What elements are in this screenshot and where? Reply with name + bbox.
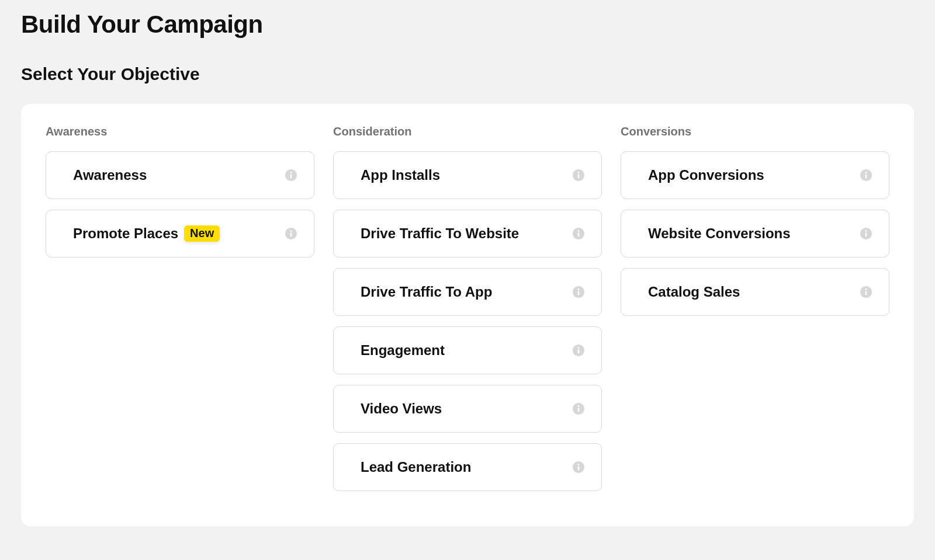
column-header-conversions: Conversions bbox=[621, 125, 889, 138]
svg-rect-19 bbox=[578, 408, 580, 412]
objective-option-drive-traffic-website[interactable]: Drive Traffic To Website bbox=[333, 210, 602, 258]
info-icon bbox=[860, 227, 872, 240]
svg-rect-13 bbox=[578, 291, 580, 295]
option-info-button[interactable] bbox=[572, 402, 585, 415]
svg-point-8 bbox=[578, 172, 580, 173]
objective-option-app-conversions[interactable]: App Conversions bbox=[621, 151, 889, 199]
new-badge: New bbox=[184, 225, 220, 242]
svg-point-32 bbox=[865, 288, 867, 290]
svg-point-2 bbox=[290, 172, 292, 173]
option-info-button[interactable] bbox=[860, 286, 872, 298]
option-main: Website Conversions bbox=[648, 225, 791, 242]
option-info-button[interactable] bbox=[285, 227, 297, 240]
objective-column-conversions: ConversionsApp Conversions Website Conve… bbox=[621, 125, 889, 502]
option-label: Website Conversions bbox=[648, 225, 791, 242]
info-icon bbox=[285, 227, 297, 240]
info-icon bbox=[572, 402, 585, 415]
option-label: Drive Traffic To Website bbox=[361, 225, 519, 242]
option-main: Engagement bbox=[361, 342, 445, 359]
info-icon bbox=[572, 286, 585, 298]
option-info-button[interactable] bbox=[572, 344, 585, 357]
objective-columns: AwarenessAwareness Promote PlacesNew Con… bbox=[46, 125, 889, 502]
option-info-button[interactable] bbox=[860, 169, 872, 182]
objective-column-awareness: AwarenessAwareness Promote PlacesNew bbox=[46, 125, 314, 502]
option-info-button[interactable] bbox=[572, 461, 585, 474]
option-label: App Installs bbox=[361, 167, 440, 183]
option-label: Awareness bbox=[73, 167, 147, 183]
option-info-button[interactable] bbox=[285, 169, 297, 182]
objective-option-catalog-sales[interactable]: Catalog Sales bbox=[621, 268, 889, 316]
page-title: Build Your Campaign bbox=[21, 11, 914, 39]
info-icon bbox=[572, 227, 585, 240]
svg-rect-25 bbox=[865, 174, 867, 178]
objective-column-consideration: ConsiderationApp Installs Drive Traffic … bbox=[333, 125, 602, 502]
option-main: Drive Traffic To Website bbox=[361, 225, 519, 242]
option-label: Engagement bbox=[361, 342, 445, 359]
objective-option-drive-traffic-app[interactable]: Drive Traffic To App bbox=[333, 268, 602, 316]
svg-point-23 bbox=[578, 464, 580, 465]
info-icon bbox=[572, 344, 585, 357]
svg-point-5 bbox=[290, 230, 292, 232]
info-icon bbox=[572, 461, 585, 474]
option-label: Lead Generation bbox=[361, 459, 471, 475]
objective-option-lead-generation[interactable]: Lead Generation bbox=[333, 443, 602, 491]
column-header-awareness: Awareness bbox=[46, 125, 314, 138]
option-main: App Conversions bbox=[648, 167, 764, 183]
option-label: Drive Traffic To App bbox=[361, 284, 492, 300]
campaign-builder-page: Build Your Campaign Select Your Objectiv… bbox=[0, 0, 935, 547]
svg-rect-10 bbox=[578, 232, 580, 236]
objective-option-app-installs[interactable]: App Installs bbox=[333, 151, 602, 199]
option-info-button[interactable] bbox=[572, 286, 585, 298]
option-main: Awareness bbox=[73, 167, 147, 183]
option-label: App Conversions bbox=[648, 167, 764, 183]
option-label: Promote Places bbox=[73, 225, 178, 242]
info-icon bbox=[572, 169, 585, 182]
svg-point-20 bbox=[578, 405, 580, 407]
option-main: Catalog Sales bbox=[648, 284, 740, 300]
info-icon bbox=[860, 169, 872, 182]
option-main: Video Views bbox=[361, 401, 442, 417]
svg-point-29 bbox=[865, 230, 867, 232]
svg-point-11 bbox=[578, 230, 580, 232]
option-main: Promote PlacesNew bbox=[73, 225, 220, 242]
svg-rect-16 bbox=[578, 349, 580, 353]
option-main: Lead Generation bbox=[361, 459, 471, 475]
option-main: App Installs bbox=[361, 167, 440, 183]
svg-rect-7 bbox=[578, 174, 580, 178]
option-info-button[interactable] bbox=[860, 227, 872, 240]
svg-point-14 bbox=[578, 288, 580, 290]
section-subtitle: Select Your Objective bbox=[21, 64, 914, 84]
info-icon bbox=[285, 169, 297, 182]
info-icon bbox=[860, 286, 872, 298]
objective-option-video-views[interactable]: Video Views bbox=[333, 385, 602, 433]
svg-rect-31 bbox=[865, 291, 867, 295]
objective-card: AwarenessAwareness Promote PlacesNew Con… bbox=[21, 104, 914, 526]
option-info-button[interactable] bbox=[572, 169, 585, 182]
option-info-button[interactable] bbox=[572, 227, 585, 240]
option-main: Drive Traffic To App bbox=[361, 284, 492, 300]
svg-rect-28 bbox=[865, 232, 867, 236]
option-label: Catalog Sales bbox=[648, 284, 740, 300]
objective-option-engagement[interactable]: Engagement bbox=[333, 326, 602, 374]
svg-rect-4 bbox=[290, 232, 292, 236]
svg-rect-22 bbox=[578, 466, 580, 470]
svg-rect-1 bbox=[290, 174, 292, 178]
objective-option-awareness[interactable]: Awareness bbox=[46, 151, 314, 199]
svg-point-17 bbox=[578, 347, 580, 349]
option-label: Video Views bbox=[361, 401, 442, 417]
column-header-consideration: Consideration bbox=[333, 125, 602, 138]
objective-option-promote-places[interactable]: Promote PlacesNew bbox=[46, 210, 314, 258]
objective-option-website-conversions[interactable]: Website Conversions bbox=[621, 210, 889, 258]
svg-point-26 bbox=[865, 172, 867, 173]
